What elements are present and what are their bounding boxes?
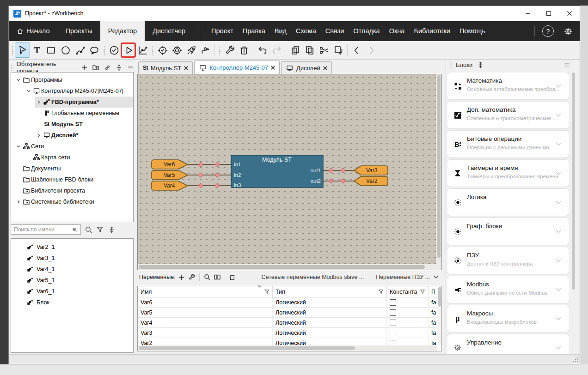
block-category-logic[interactable]: Логика <box>447 189 569 216</box>
tab-controller[interactable]: Контроллер M245-07 <box>194 60 280 74</box>
chevron-down-icon[interactable] <box>555 111 562 119</box>
fbd-canvas[interactable]: Var6 Var5 Var4 Модуль ST in1 in2 in3 out <box>137 74 442 270</box>
variable-tag[interactable]: Var3 Var2 <box>354 166 388 186</box>
modbus-variables-link[interactable]: Сетевые переменные Modbus slave ... <box>262 274 364 280</box>
navigate-forward-button[interactable] <box>364 43 378 57</box>
block-category-macros[interactable]: µ Макросы Входы/выходы макроблоков <box>447 305 569 332</box>
expand-collapse-icon[interactable] <box>107 225 116 234</box>
chevron-down-icon[interactable] <box>15 78 22 82</box>
st-module-block[interactable]: Модуль ST in1 in2 in3 out1 out2 <box>231 155 323 188</box>
block-category-bitwise[interactable]: B Битовые операции Операции с двоичными … <box>447 131 569 157</box>
chevron-down-icon[interactable] <box>555 199 562 206</box>
canvas-horizontal-scrollbar[interactable] <box>138 264 436 270</box>
chevron-down-icon[interactable] <box>555 344 562 351</box>
menu-help[interactable]: Помощь <box>455 21 490 41</box>
menu-edit[interactable]: Правка <box>238 21 270 41</box>
cut-button[interactable] <box>317 43 331 57</box>
nav-tab-projects[interactable]: Проекты <box>58 21 100 41</box>
chevron-down-icon[interactable] <box>432 273 440 281</box>
close-icon[interactable] <box>184 66 188 70</box>
close-icon[interactable] <box>271 66 275 70</box>
delete-button[interactable] <box>237 43 251 57</box>
constant-checkbox[interactable] <box>390 299 396 306</box>
tree-item-fbd-program[interactable]: FBD-программа* <box>11 97 133 108</box>
panel-menu-icon[interactable] <box>563 60 571 69</box>
chevron-down-icon[interactable] <box>555 257 562 264</box>
tree-item-networks[interactable]: Сети <box>11 141 133 152</box>
filter-icon[interactable] <box>378 289 384 295</box>
text-tool-button[interactable]: T <box>30 43 44 57</box>
toolbar-grip[interactable] <box>11 45 14 56</box>
menu-links[interactable]: Связи <box>321 21 349 41</box>
table-vertical-scrollbar[interactable] <box>438 286 441 345</box>
menu-libraries[interactable]: Библиотеки <box>409 21 455 41</box>
menu-debug[interactable]: Отладка <box>349 21 384 41</box>
list-item[interactable]: Var3_1 <box>11 253 133 264</box>
expand-collapse-icon[interactable] <box>115 63 123 72</box>
search-input[interactable] <box>11 224 81 235</box>
navigate-back-button[interactable] <box>349 43 364 57</box>
table-row[interactable]: Var5 Логический fa <box>138 308 441 318</box>
canvas-vertical-scrollbar[interactable] <box>436 74 441 264</box>
constant-checkbox[interactable] <box>390 309 396 316</box>
panel-grip[interactable] <box>450 61 452 68</box>
panel-menu-icon[interactable] <box>127 63 135 72</box>
trend-button[interactable] <box>135 43 150 57</box>
panel-grip[interactable] <box>11 64 13 71</box>
tab-st-module[interactable]: St Модуль ST <box>138 61 193 74</box>
table-row[interactable]: Var4 Логический fa <box>138 318 441 328</box>
chevron-down-icon[interactable] <box>25 89 32 93</box>
add-icon[interactable] <box>80 63 88 72</box>
tree-item-st-module[interactable]: St Модуль ST <box>11 119 133 130</box>
block-category-rom[interactable]: ПЗУ Доступ к ПЗУ контроллера <box>447 247 569 274</box>
select-tool-button[interactable] <box>15 43 30 57</box>
help-icon[interactable]: ? <box>542 25 554 37</box>
list-item[interactable]: Var4_1 <box>11 264 133 275</box>
add-folder-icon[interactable] <box>92 63 100 72</box>
block-category-advanced-math[interactable]: Доп. математика Степенные и тригонометри… <box>447 102 569 128</box>
list-item[interactable]: Var2_1 <box>11 242 133 253</box>
lasso-button[interactable] <box>198 43 213 57</box>
list-item[interactable]: Var5_1 <box>11 275 133 286</box>
chevron-right-icon[interactable] <box>35 133 42 138</box>
chevron-down-icon[interactable] <box>15 144 22 149</box>
edit-wrench-icon[interactable] <box>188 273 196 281</box>
column-header-constant[interactable]: Константа <box>387 286 429 297</box>
block-category-graph-blocks[interactable]: Граф. блоки <box>447 218 569 245</box>
blocks-vertical-scrollbar[interactable] <box>571 73 576 354</box>
filter-icon[interactable] <box>420 289 425 295</box>
table-row[interactable]: Var3 Логический fa <box>138 328 441 338</box>
rom-variables-link[interactable]: Переменные ПЗУ ... <box>376 274 430 280</box>
toolbar-grip[interactable] <box>151 45 154 56</box>
polyline-tool-button[interactable] <box>73 43 87 57</box>
tree-item-display[interactable]: Дисплей* <box>11 130 133 141</box>
copy-button[interactable] <box>288 43 302 57</box>
add-variable-icon[interactable] <box>178 273 186 281</box>
redo-button[interactable] <box>270 43 284 57</box>
paste-button[interactable] <box>331 43 345 57</box>
ellipse-tool-button[interactable] <box>58 43 73 57</box>
link-icon[interactable] <box>104 63 111 72</box>
resize-grip[interactable] <box>573 357 578 363</box>
column-header-name[interactable]: Имя <box>138 286 273 297</box>
table-row[interactable]: Var6 Логический fa <box>138 297 441 308</box>
nav-tab-editor[interactable]: Редактор <box>100 21 145 41</box>
rectangle-tool-button[interactable] <box>44 43 58 57</box>
chevron-down-icon[interactable] <box>555 315 562 322</box>
chevron-down-icon[interactable] <box>555 228 562 235</box>
comment-tool-button[interactable] <box>87 43 101 57</box>
toolbar-grip[interactable] <box>103 45 105 56</box>
tab-display[interactable]: Дисплей <box>281 61 332 74</box>
tree-item-programs[interactable]: Программы <box>11 74 133 85</box>
menu-view[interactable]: Вид <box>270 21 291 41</box>
chevron-down-icon[interactable] <box>555 169 562 177</box>
expand-collapse-icon[interactable] <box>476 60 484 69</box>
block-category-timers[interactable]: Таймеры и время Таймеры и преобразования… <box>447 160 569 187</box>
run-button[interactable] <box>121 43 135 57</box>
column-header-type[interactable]: Тип <box>273 286 387 297</box>
verify-button[interactable] <box>107 43 121 57</box>
chevron-right-icon[interactable] <box>15 200 22 204</box>
variable-tag[interactable]: Var6 Var5 Var4 <box>152 160 188 190</box>
menu-scheme[interactable]: Схема <box>291 21 321 41</box>
tree-item-documents[interactable]: Документы <box>11 163 133 174</box>
